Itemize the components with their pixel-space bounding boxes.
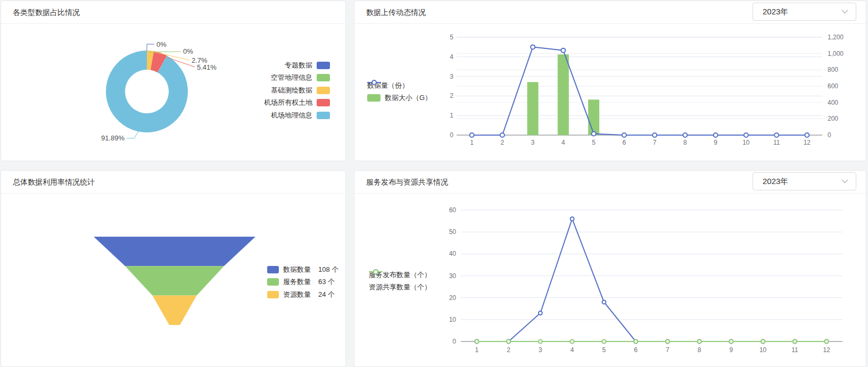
svg-text:30: 30 <box>449 272 457 280</box>
svg-text:5.41%: 5.41% <box>197 63 217 71</box>
svg-text:4: 4 <box>450 53 453 61</box>
lines-legend: 服务发布数量（个）资源共享数量（个） <box>369 269 431 294</box>
legend-item-资源数量[interactable]: 资源数量24 个 <box>267 288 338 301</box>
legend-value: 24 个 <box>318 290 335 299</box>
legend-item-资源共享数量（个）[interactable]: 资源共享数量（个） <box>369 281 431 294</box>
panel-type-share: 各类型数据占比情况 0%0%2.7%5.41%91.89% 专题数据空管地理信息… <box>1 1 346 161</box>
svg-text:5: 5 <box>450 34 453 41</box>
panel-header: 各类型数据占比情况 <box>1 1 345 24</box>
legend-item-专题数据[interactable]: 专题数据 <box>264 59 330 72</box>
svg-text:60: 60 <box>449 206 457 214</box>
chevron-down-icon <box>841 179 848 184</box>
svg-text:200: 200 <box>828 115 838 122</box>
dual-line-chart: 0102030405060123456789101112 <box>354 194 866 366</box>
svg-text:11: 11 <box>773 139 780 146</box>
line-series-icon <box>367 79 381 86</box>
panel-title: 总体数据利用率情况统计 <box>1 171 345 194</box>
svg-text:1: 1 <box>450 112 453 119</box>
svg-text:600: 600 <box>828 82 838 90</box>
pie-legend: 专题数据空管地理信息基础测绘数据机场所有权土地机场地理信息 <box>264 59 330 122</box>
svg-text:4: 4 <box>571 346 574 354</box>
svg-text:4: 4 <box>561 139 565 146</box>
combo-legend: 数据量（份）数据大小（G） <box>367 79 432 104</box>
legend-item-数据数量[interactable]: 数据数量108 个 <box>267 263 338 276</box>
legend-item-服务数量[interactable]: 服务数量63 个 <box>267 276 338 289</box>
svg-text:3: 3 <box>539 346 542 354</box>
svg-text:3: 3 <box>531 139 535 146</box>
svg-text:9: 9 <box>730 346 733 354</box>
svg-text:50: 50 <box>449 228 457 236</box>
svg-text:2: 2 <box>507 346 510 354</box>
svg-text:0%: 0% <box>156 40 167 48</box>
svg-text:7: 7 <box>666 346 669 354</box>
svg-text:6: 6 <box>634 346 638 354</box>
panel-utilization: 总体数据利用率情况统计 数据数量108 个服务数量63 个资源数量24 个 <box>1 170 346 367</box>
year-select[interactable]: 2023年 <box>753 172 856 190</box>
panel-header: 总体数据利用率情况统计 <box>1 171 345 194</box>
svg-text:1,200: 1,200 <box>828 34 844 41</box>
legend-label: 数据大小（G） <box>385 93 432 103</box>
svg-text:91.89%: 91.89% <box>101 134 125 142</box>
legend-swatch <box>317 62 330 69</box>
svg-text:0: 0 <box>828 131 831 139</box>
pie-chart-area: 0%0%2.7%5.41%91.89% 专题数据空管地理信息基础测绘数据机场所有… <box>1 24 345 161</box>
legend-label: 数据数量 <box>283 265 311 274</box>
funnel-legend: 数据数量108 个服务数量63 个资源数量24 个 <box>267 263 338 301</box>
year-select-value: 2023年 <box>763 177 841 187</box>
svg-text:7: 7 <box>653 139 657 146</box>
svg-text:10: 10 <box>742 139 750 146</box>
legend-label: 服务数量 <box>283 277 311 287</box>
legend-item-基础测绘数据[interactable]: 基础测绘数据 <box>264 84 330 97</box>
legend-item-bar[interactable]: 数据大小（G） <box>367 92 432 105</box>
legend-value: 63 个 <box>318 277 335 287</box>
svg-text:8: 8 <box>698 346 701 354</box>
legend-value: 108 个 <box>318 265 338 274</box>
panel-header: 服务发布与资源共享情况 2023年 <box>354 171 866 194</box>
legend-swatch <box>317 99 330 106</box>
svg-text:10: 10 <box>759 346 767 354</box>
combo-chart-area: 01234502004006008001,0001,20012345678910… <box>354 24 866 161</box>
legend-swatch <box>267 278 279 286</box>
svg-text:6: 6 <box>623 139 626 146</box>
svg-text:1: 1 <box>475 346 479 354</box>
svg-text:0: 0 <box>452 338 456 345</box>
svg-text:800: 800 <box>828 66 838 73</box>
legend-item-line[interactable]: 数据量（份） <box>367 79 432 92</box>
panel-header: 数据上传动态情况 2023年 <box>354 1 866 24</box>
svg-text:0%: 0% <box>183 47 193 55</box>
legend-swatch <box>267 291 279 298</box>
lines-chart-area: 0102030405060123456789101112 服务发布数量（个）资源… <box>354 194 866 366</box>
svg-text:1: 1 <box>470 139 474 146</box>
svg-text:5: 5 <box>602 346 606 354</box>
funnel-chart-area: 数据数量108 个服务数量63 个资源数量24 个 <box>1 194 345 366</box>
line-series-icon <box>369 269 383 275</box>
svg-text:12: 12 <box>823 346 830 354</box>
svg-text:0: 0 <box>450 131 453 139</box>
legend-swatch <box>317 87 330 94</box>
svg-text:40: 40 <box>449 250 457 257</box>
svg-text:5: 5 <box>592 139 596 146</box>
panel-upload-dynamics: 数据上传动态情况 2023年 01234502004006008001,0001… <box>354 1 866 161</box>
svg-text:2: 2 <box>501 139 505 146</box>
legend-label: 资源共享数量（个） <box>369 282 431 292</box>
svg-text:9: 9 <box>714 139 717 146</box>
svg-text:2: 2 <box>450 92 453 99</box>
chevron-down-icon <box>841 10 848 14</box>
legend-label: 基础测绘数据 <box>271 86 312 95</box>
svg-text:1,000: 1,000 <box>828 50 844 57</box>
svg-text:400: 400 <box>828 99 838 106</box>
legend-swatch <box>317 74 330 81</box>
legend-swatch <box>317 112 330 119</box>
svg-text:12: 12 <box>804 139 811 146</box>
legend-label: 资源数量 <box>283 290 311 299</box>
legend-item-机场所有权土地[interactable]: 机场所有权土地 <box>264 97 330 110</box>
legend-label: 机场所有权土地 <box>264 98 312 107</box>
svg-text:11: 11 <box>791 346 798 354</box>
svg-text:8: 8 <box>683 139 687 146</box>
panel-title: 各类型数据占比情况 <box>1 1 345 24</box>
svg-text:3: 3 <box>450 73 453 80</box>
year-select[interactable]: 2023年 <box>753 3 856 21</box>
legend-label: 机场地理信息 <box>271 111 312 120</box>
legend-item-机场地理信息[interactable]: 机场地理信息 <box>264 109 330 122</box>
legend-item-空管地理信息[interactable]: 空管地理信息 <box>264 72 330 85</box>
